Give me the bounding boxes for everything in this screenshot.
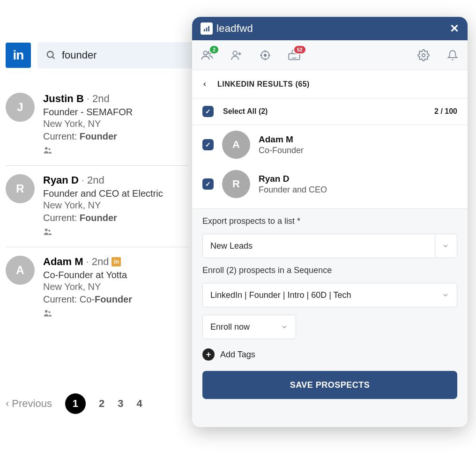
svg-point-2 (45, 147, 48, 150)
result-location: New York, NY (43, 281, 188, 292)
svg-point-17 (264, 54, 266, 56)
list-item[interactable]: R Ryan D · 2nd Founder and CEO at Electr… (6, 166, 188, 247)
prospect-row[interactable]: ✓ A Adam M Co-Founder (192, 125, 468, 164)
page-3[interactable]: 3 (118, 398, 123, 410)
notifications-button[interactable] (446, 49, 459, 62)
result-location: New York, NY (43, 118, 188, 129)
select-all-row: ✓ Select All (2) 2 / 100 (192, 98, 468, 125)
chevron-down-icon (435, 234, 449, 258)
page-1[interactable]: 1 (65, 393, 86, 414)
plus-icon: + (202, 348, 215, 361)
contacts-tab[interactable]: 2 (201, 49, 214, 62)
connection-degree: 2nd (92, 93, 110, 105)
contacts-badge: 2 (209, 45, 219, 54)
avatar: A (222, 131, 250, 159)
connection-degree: 2nd (87, 174, 104, 186)
page-4[interactable]: 4 (136, 398, 142, 410)
export-form: Export prospects to a list * New Leads E… (192, 209, 468, 427)
people-icon (43, 146, 188, 155)
svg-point-7 (48, 311, 50, 313)
add-tags-button[interactable]: + Add Tags (202, 348, 457, 361)
search-icon (46, 50, 56, 60)
result-current: Current: Founder (43, 131, 188, 142)
prospect-name: Ryan D (259, 174, 457, 184)
list-item[interactable]: A Adam M · 2nd in Co-Founder at Yotta Ne… (6, 247, 188, 328)
prospect-title: Founder and CEO (259, 185, 457, 195)
selection-counter: 2 / 100 (434, 107, 457, 116)
breadcrumb: LINKEDIN RESULTS (65) (192, 70, 468, 98)
connection-degree: 2nd (92, 256, 109, 268)
avatar: A (6, 256, 35, 285)
result-location: New York, NY (43, 200, 188, 211)
result-current: Current: Founder (43, 213, 188, 223)
svg-rect-8 (204, 29, 205, 31)
premium-badge-icon: in (112, 257, 121, 266)
save-prospects-button[interactable]: SAVE PROSPECTS (202, 371, 457, 399)
pagination: ‹ Previous 1 2 3 4 (6, 393, 142, 414)
chevron-down-icon (281, 323, 288, 331)
sequence-select[interactable]: LinkedIn | Founder | Intro | 60D | Tech (202, 283, 457, 307)
svg-rect-22 (289, 53, 299, 59)
svg-point-11 (203, 51, 207, 55)
close-button[interactable]: ✕ (450, 22, 459, 35)
svg-line-1 (52, 57, 55, 59)
select-all-checkbox[interactable]: ✓ (202, 106, 214, 117)
back-button[interactable] (201, 81, 208, 88)
brand-icon (201, 22, 213, 35)
svg-point-28 (422, 53, 425, 57)
result-current: Current: Co-Founder (43, 294, 188, 305)
crumb-title: LINKEDIN RESULTS (65) (217, 80, 310, 89)
result-title: Co-Founder at Yotta (43, 270, 188, 281)
search-results: J Justin B · 2nd Founder - SEMAFOR New Y… (6, 84, 188, 328)
page-2[interactable]: 2 (99, 398, 104, 410)
avatar: R (222, 170, 250, 198)
people-icon (43, 309, 188, 318)
chevron-left-icon: ‹ (6, 398, 9, 410)
keyboard-badge: 52 (293, 45, 306, 54)
result-name: Justin B (43, 93, 84, 105)
people-icon (43, 227, 188, 236)
select-all-label: Select All (2) (223, 107, 268, 116)
export-label: Export prospects to a list * (202, 216, 457, 226)
svg-point-0 (47, 52, 53, 58)
prospect-checkbox[interactable]: ✓ (202, 178, 214, 190)
result-title: Founder and CEO at Electric (43, 188, 188, 199)
prospect-checkbox[interactable]: ✓ (202, 139, 214, 150)
result-name: Adam M (43, 256, 83, 268)
leadfwd-panel: leadfwd ✕ 2 52 (192, 17, 468, 427)
chevron-down-icon (442, 291, 449, 299)
avatar: R (6, 174, 35, 203)
brand: leadfwd (201, 22, 253, 35)
svg-point-6 (45, 310, 48, 313)
svg-rect-9 (206, 28, 208, 31)
enroll-label: Enroll (2) prospects in a Sequence (202, 266, 457, 275)
add-contact-tab[interactable] (230, 49, 243, 62)
keyboard-tab[interactable]: 52 (288, 49, 301, 62)
avatar: J (6, 93, 35, 122)
svg-point-13 (233, 51, 238, 55)
enroll-timing-select[interactable]: Enroll now (202, 315, 296, 339)
result-title: Founder - SEMAFOR (43, 107, 188, 118)
panel-header: leadfwd ✕ (192, 17, 468, 40)
list-item[interactable]: J Justin B · 2nd Founder - SEMAFOR New Y… (6, 84, 188, 166)
previous-button[interactable]: ‹ Previous (6, 398, 52, 410)
search-value: founder (62, 49, 97, 61)
svg-rect-10 (208, 26, 209, 31)
svg-point-4 (45, 229, 48, 231)
export-list-select[interactable]: New Leads (202, 234, 457, 258)
prospect-row[interactable]: ✓ R Ryan D Founder and CEO (192, 164, 468, 204)
result-name: Ryan D (43, 174, 79, 186)
svg-point-3 (48, 148, 50, 150)
prospect-title: Co-Founder (259, 146, 457, 155)
target-tab[interactable] (259, 49, 272, 62)
toolbar: 2 52 (192, 40, 468, 70)
svg-point-5 (48, 229, 50, 231)
linkedin-logo[interactable]: in (6, 43, 31, 68)
prospect-name: Adam M (259, 134, 457, 145)
settings-button[interactable] (417, 49, 430, 62)
prospect-list: ✓ A Adam M Co-Founder ✓ R Ryan D Founder… (192, 125, 468, 209)
